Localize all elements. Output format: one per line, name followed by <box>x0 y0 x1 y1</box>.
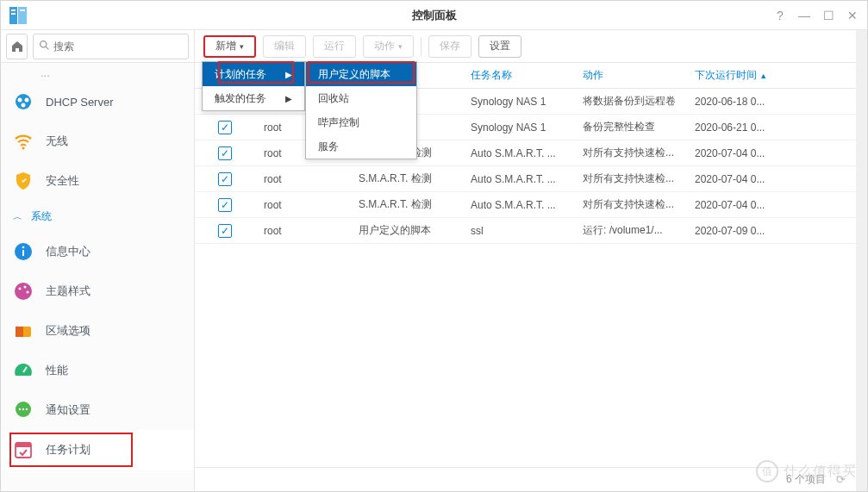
dd-recycle-bin[interactable]: 回收站 <box>306 86 416 110</box>
sidebar: ... DHCP Server 无线 安全性 ︿ 系统 <box>1 30 195 491</box>
wifi-icon <box>13 131 34 152</box>
dd-triggered-task[interactable]: 触发的任务▶ <box>203 86 304 110</box>
caret-down-icon: ▾ <box>398 42 403 51</box>
search-input[interactable] <box>53 40 183 53</box>
home-icon <box>10 40 24 53</box>
save-button[interactable]: 保存 <box>428 35 471 58</box>
new-dropdown: 计划的任务▶ 触发的任务▶ <box>202 61 305 111</box>
run-button[interactable]: 运行 <box>313 35 356 58</box>
svg-rect-20 <box>16 327 23 337</box>
cell-enabled[interactable]: ✓ <box>195 224 255 238</box>
col-action[interactable]: 动作 <box>574 68 686 83</box>
sidebar-item-notify[interactable]: 通知设置 <box>1 390 194 430</box>
cell-enabled[interactable]: ✓ <box>195 121 255 134</box>
table-row[interactable]: ✓rootBackupSynology NAS 1备份完整性检查2020-06-… <box>195 115 856 140</box>
col-next[interactable]: 下次运行时间 ▲ <box>686 68 790 83</box>
checkbox-icon[interactable]: ✓ <box>218 198 232 212</box>
svg-rect-2 <box>11 9 16 11</box>
titlebar: 控制面板 ? — ☐ ✕ <box>1 1 867 30</box>
minimize-button[interactable]: — <box>796 8 812 23</box>
table-row[interactable]: ✓rootS.M.A.R.T. 检测Auto S.M.A.R.T. ...对所有… <box>195 140 856 166</box>
sidebar-item-label: 主题样式 <box>46 283 91 299</box>
scheduled-submenu: 用户定义的脚本 回收站 哔声控制 服务 <box>305 61 417 159</box>
maximize-button[interactable]: ☐ <box>821 8 836 23</box>
cell-task: Auto S.M.A.R.T. ... <box>462 199 574 211</box>
cell-enabled[interactable]: ✓ <box>195 198 255 212</box>
chevron-up-icon: ︿ <box>13 210 22 223</box>
cell-task: Auto S.M.A.R.T. ... <box>462 147 574 159</box>
checkbox-icon[interactable]: ✓ <box>218 121 232 134</box>
home-button[interactable] <box>6 34 28 59</box>
cell-app: S.M.A.R.T. 检测 <box>350 171 462 186</box>
sidebar-item-label: 区域选项 <box>46 323 91 339</box>
cell-task: Synology NAS 1 <box>462 121 574 134</box>
table-row[interactable]: ✓rootS.M.A.R.T. 检测Auto S.M.A.R.T. ...对所有… <box>195 192 856 218</box>
table-row[interactable]: ✓root用户定义的脚本ssl运行: /volume1/...2020-07-0… <box>195 218 856 244</box>
new-button[interactable]: 新增▾ <box>203 35 256 58</box>
sidebar-item-wireless[interactable]: 无线 <box>1 121 194 161</box>
watermark-icon: 值 <box>756 460 778 483</box>
sidebar-item-security[interactable]: 安全性 <box>1 161 194 201</box>
sidebar-item-truncated[interactable]: ... <box>1 63 194 82</box>
search-box[interactable] <box>33 34 189 59</box>
svg-rect-4 <box>20 9 25 11</box>
cell-action: 对所有支持快速检... <box>574 171 686 186</box>
sidebar-item-label: 安全性 <box>46 173 79 189</box>
svg-line-6 <box>46 47 48 49</box>
sidebar-item-task-scheduler[interactable]: 任务计划 <box>1 430 194 470</box>
checkbox-icon[interactable]: ✓ <box>218 172 232 186</box>
task-grid: 已启... 用户 应用程序序 任务名称 动作 下次运行时间 ▲ ✓rootBac… <box>195 63 856 467</box>
svg-point-23 <box>19 408 21 410</box>
cell-next: 2020-06-21 0... <box>686 121 790 134</box>
search-icon <box>39 40 50 53</box>
sidebar-item-info[interactable]: 信息中心 <box>1 232 194 271</box>
watermark: 值 什么值得买 <box>756 460 857 483</box>
sidebar-item-theme[interactable]: 主题样式 <box>1 271 194 311</box>
dhcp-icon <box>13 91 34 112</box>
caret-down-icon: ▾ <box>240 42 244 51</box>
svg-point-16 <box>19 288 22 290</box>
col-task[interactable]: 任务名称 <box>462 68 574 83</box>
close-button[interactable]: ✕ <box>845 8 860 23</box>
svg-rect-3 <box>11 13 16 15</box>
cell-next: 2020-07-04 0... <box>686 173 790 185</box>
sidebar-item-performance[interactable]: 性能 <box>1 351 194 390</box>
cell-user: root <box>255 199 350 211</box>
dd-user-script[interactable]: 用户定义的脚本 <box>306 62 416 86</box>
sidebar-item-dhcp[interactable]: DHCP Server <box>1 82 194 121</box>
svg-point-17 <box>24 286 27 289</box>
svg-rect-13 <box>22 250 24 256</box>
checkbox-icon[interactable]: ✓ <box>218 146 232 160</box>
svg-point-24 <box>22 408 24 410</box>
svg-rect-27 <box>16 443 31 447</box>
dd-beep[interactable]: 哔声控制 <box>306 110 416 134</box>
sidebar-item-label: 通知设置 <box>46 402 91 418</box>
chat-icon <box>13 400 34 420</box>
section-label: 系统 <box>31 209 52 224</box>
calendar-check-icon <box>13 439 34 460</box>
gauge-icon <box>13 360 34 381</box>
cell-next: 2020-06-18 0... <box>686 96 790 108</box>
sidebar-item-region[interactable]: 区域选项 <box>1 311 194 351</box>
help-button[interactable]: ? <box>772 8 788 23</box>
dd-scheduled-task[interactable]: 计划的任务▶ <box>203 62 304 86</box>
table-row[interactable]: ✓rootS.M.A.R.T. 检测Auto S.M.A.R.T. ...对所有… <box>195 166 856 192</box>
cell-enabled[interactable]: ✓ <box>195 146 255 160</box>
cell-enabled[interactable]: ✓ <box>195 172 255 186</box>
cell-task: Synology NAS 1 <box>462 96 574 108</box>
vertical-scrollbar[interactable] <box>856 30 867 491</box>
window-title: 控制面板 <box>412 8 457 23</box>
checkbox-icon[interactable]: ✓ <box>218 224 232 238</box>
edit-button[interactable]: 编辑 <box>263 35 306 58</box>
svg-point-25 <box>26 408 28 410</box>
sidebar-item-label: 任务计划 <box>46 442 91 458</box>
svg-point-18 <box>27 291 29 294</box>
cell-task: ssl <box>462 225 574 237</box>
dd-service[interactable]: 服务 <box>306 134 416 159</box>
cell-user: root <box>255 173 350 185</box>
action-button[interactable]: 动作▾ <box>363 35 414 58</box>
sort-icon: ▲ <box>759 72 767 80</box>
settings-button[interactable]: 设置 <box>478 35 521 58</box>
section-system[interactable]: ︿ 系统 <box>1 201 194 232</box>
sidebar-item-label: DHCP Server <box>46 96 114 109</box>
